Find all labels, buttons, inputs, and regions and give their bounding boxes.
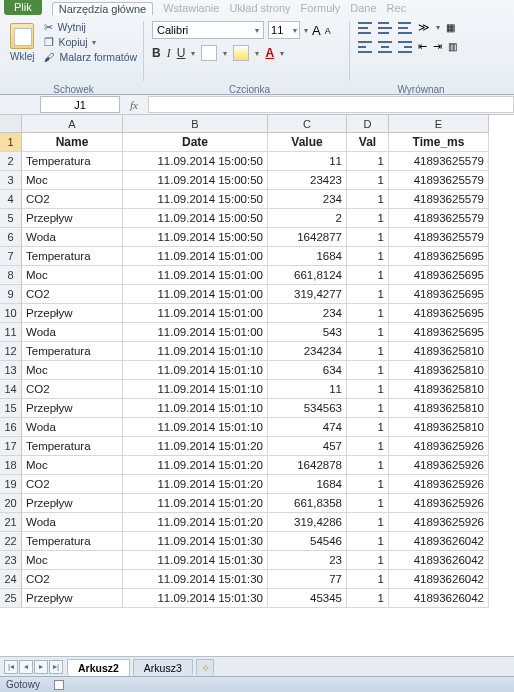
cell[interactable]: Temperatura — [22, 152, 123, 171]
cell[interactable]: 11.09.2014 15:00:50 — [123, 209, 268, 228]
cell[interactable]: 1 — [347, 513, 389, 532]
cell[interactable]: 11.09.2014 15:01:20 — [123, 494, 268, 513]
tab-review[interactable]: Rec — [387, 2, 407, 14]
col-header[interactable]: D — [347, 115, 389, 133]
sheet-tab-active[interactable]: Arkusz2 — [67, 659, 130, 676]
fx-icon[interactable]: fx — [130, 99, 138, 111]
cell[interactable]: Moc — [22, 266, 123, 285]
copy-button[interactable]: ❐Kopiuj ▾ — [44, 36, 137, 48]
cell[interactable]: 234 — [268, 190, 347, 209]
row-header[interactable]: 1 — [0, 133, 22, 152]
font-name-select[interactable]: Calibri▾ — [152, 21, 264, 39]
cell[interactable]: 1 — [347, 551, 389, 570]
cell-header[interactable]: Time_ms — [389, 133, 489, 152]
cell[interactable]: CO2 — [22, 190, 123, 209]
sheet-tab[interactable]: Arkusz3 — [133, 659, 193, 676]
cell[interactable]: 234234 — [268, 342, 347, 361]
cell[interactable]: 77 — [268, 570, 347, 589]
cell[interactable]: 41893625926 — [389, 494, 489, 513]
row-header[interactable]: 18 — [0, 456, 22, 475]
cell[interactable]: Moc — [22, 361, 123, 380]
cell[interactable]: 11.09.2014 15:01:30 — [123, 589, 268, 608]
cell[interactable]: 41893625579 — [389, 190, 489, 209]
cell[interactable]: 1684 — [268, 475, 347, 494]
tab-file[interactable]: Plik — [4, 0, 42, 15]
col-header[interactable]: E — [389, 115, 489, 133]
sheet-nav-first[interactable]: |◂ — [4, 660, 18, 674]
cell[interactable]: Temperatura — [22, 247, 123, 266]
cell[interactable]: 1642877 — [268, 228, 347, 247]
cell[interactable]: 1 — [347, 589, 389, 608]
cell[interactable]: 1 — [347, 190, 389, 209]
cell[interactable]: 11.09.2014 15:01:10 — [123, 342, 268, 361]
cell[interactable]: Temperatura — [22, 437, 123, 456]
new-sheet-button[interactable]: ✧ — [196, 659, 214, 676]
cell[interactable]: 1 — [347, 304, 389, 323]
cell[interactable]: 45345 — [268, 589, 347, 608]
cell[interactable]: 41893625810 — [389, 342, 489, 361]
row-header[interactable]: 10 — [0, 304, 22, 323]
cell[interactable]: 661,8124 — [268, 266, 347, 285]
border-button[interactable] — [201, 45, 217, 61]
col-header[interactable]: C — [268, 115, 347, 133]
cell[interactable]: 41893625810 — [389, 418, 489, 437]
tab-home[interactable]: Narzędzia główne — [52, 2, 153, 15]
chevron-down-icon[interactable]: ▾ — [255, 49, 259, 58]
cell[interactable]: Przepływ — [22, 304, 123, 323]
cell[interactable]: 11 — [268, 152, 347, 171]
cell[interactable]: Woda — [22, 228, 123, 247]
row-header[interactable]: 11 — [0, 323, 22, 342]
cell[interactable]: 11.09.2014 15:01:20 — [123, 437, 268, 456]
cell[interactable]: Woda — [22, 323, 123, 342]
cell[interactable]: CO2 — [22, 285, 123, 304]
cell[interactable]: Moc — [22, 551, 123, 570]
cell[interactable]: 11.09.2014 15:01:00 — [123, 247, 268, 266]
italic-button[interactable]: I — [167, 46, 171, 61]
align-middle-button[interactable] — [378, 22, 392, 34]
fill-color-button[interactable] — [233, 45, 249, 61]
row-header[interactable]: 22 — [0, 532, 22, 551]
cell[interactable]: 1 — [347, 399, 389, 418]
row-header[interactable]: 3 — [0, 171, 22, 190]
cell[interactable]: 41893626042 — [389, 551, 489, 570]
format-painter-button[interactable]: 🖌Malarz formatów — [44, 51, 137, 63]
cell[interactable]: 11.09.2014 15:00:50 — [123, 152, 268, 171]
row-header[interactable]: 12 — [0, 342, 22, 361]
cell[interactable]: Przepływ — [22, 399, 123, 418]
cell[interactable]: Temperatura — [22, 532, 123, 551]
chevron-down-icon[interactable]: ▾ — [223, 49, 227, 58]
cell[interactable]: 1 — [347, 228, 389, 247]
cell[interactable]: Temperatura — [22, 342, 123, 361]
cell[interactable]: 41893625810 — [389, 399, 489, 418]
row-header[interactable]: 17 — [0, 437, 22, 456]
decrease-indent-button[interactable]: ⇤ — [418, 40, 427, 53]
cell[interactable]: 457 — [268, 437, 347, 456]
cell[interactable]: 41893625695 — [389, 247, 489, 266]
cell-header[interactable]: Name — [22, 133, 123, 152]
cell[interactable]: 11.09.2014 15:01:30 — [123, 551, 268, 570]
align-bottom-button[interactable] — [398, 22, 412, 34]
row-header[interactable]: 20 — [0, 494, 22, 513]
underline-button[interactable]: U — [177, 46, 186, 60]
cell[interactable]: 11.09.2014 15:01:10 — [123, 418, 268, 437]
row-header[interactable]: 6 — [0, 228, 22, 247]
cell[interactable]: 1 — [347, 494, 389, 513]
cell[interactable]: 1 — [347, 456, 389, 475]
cell-header[interactable]: Date — [123, 133, 268, 152]
row-header[interactable]: 7 — [0, 247, 22, 266]
row-header[interactable]: 4 — [0, 190, 22, 209]
cell[interactable]: 11.09.2014 15:01:20 — [123, 513, 268, 532]
cell[interactable]: 11.09.2014 15:00:50 — [123, 228, 268, 247]
cell[interactable]: 41893625695 — [389, 323, 489, 342]
cell[interactable]: 41893626042 — [389, 570, 489, 589]
cell[interactable]: 11.09.2014 15:01:00 — [123, 285, 268, 304]
cell[interactable]: CO2 — [22, 475, 123, 494]
cell[interactable]: 1 — [347, 209, 389, 228]
cell[interactable]: 1 — [347, 247, 389, 266]
cell[interactable]: Moc — [22, 456, 123, 475]
cell[interactable]: 1 — [347, 171, 389, 190]
cell[interactable]: 11.09.2014 15:01:20 — [123, 475, 268, 494]
chevron-down-icon[interactable]: ▾ — [255, 26, 259, 35]
cell[interactable]: 319,4286 — [268, 513, 347, 532]
cell[interactable]: 1 — [347, 418, 389, 437]
